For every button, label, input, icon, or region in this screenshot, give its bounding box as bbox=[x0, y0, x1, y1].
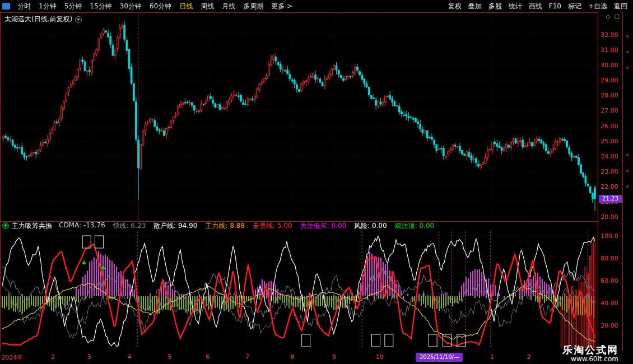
toolbar-period-10[interactable]: 更多 > bbox=[267, 0, 296, 12]
price-axis-label: 29.00 bbox=[601, 77, 618, 85]
trading-app-window: 分时1分钟5分钟15分钟30分钟60分钟日线周线月线多周期更多 > 复权叠加多股… bbox=[0, 0, 633, 364]
toolbar-period-9[interactable]: 多周期 bbox=[239, 0, 267, 12]
indicator-field-1: 快线: 6.23 bbox=[113, 221, 146, 231]
indicator-axis-label: 100.0 bbox=[601, 232, 618, 240]
date-label: 1 bbox=[490, 353, 494, 361]
indicator-chart[interactable] bbox=[0, 230, 598, 351]
date-highlight: 2025/11/10/— bbox=[416, 353, 463, 362]
date-label: 10 bbox=[376, 353, 384, 361]
main-chart[interactable] bbox=[0, 12, 598, 221]
right-strip-mark: ▪ bbox=[626, 65, 629, 70]
date-label: 9 bbox=[332, 353, 336, 361]
toolbar-action-8[interactable]: 返回 bbox=[611, 0, 631, 12]
indicator-header: 主力吸筹共振 CDMA: -13.76快线: 6.23散户线: 94.90主力线… bbox=[0, 221, 601, 230]
indicator-name-group[interactable]: 主力吸筹共振 bbox=[2, 221, 52, 231]
stock-title: 太湖远大(日线.前复权) bbox=[4, 15, 72, 24]
indicator-values: CDMA: -13.76快线: 6.23散户线: 94.90主力线: 8.88走… bbox=[59, 221, 434, 231]
toolbar-action-4[interactable]: 画线 bbox=[525, 0, 546, 12]
price-axis-label: 32.00 bbox=[601, 31, 618, 39]
price-axis-label: 31.00 bbox=[601, 46, 618, 54]
toolbar-period-5[interactable]: 60分钟 bbox=[146, 0, 175, 12]
chart-title-row: 太湖远大(日线.前复权) bbox=[4, 15, 82, 24]
watermark: 乐淘公式网 www.60lt.com bbox=[562, 344, 618, 363]
right-strip-mark: ▪ bbox=[626, 152, 629, 157]
price-axis-label: 26.00 bbox=[601, 123, 618, 130]
indicator-field-6: 风险: 0.00 bbox=[354, 221, 387, 231]
date-axis: 2024年2345678910122025/11/10/— bbox=[0, 351, 623, 364]
toolbar-action-0[interactable]: 复权 bbox=[445, 0, 465, 12]
date-label: 2024年 bbox=[1, 353, 23, 362]
indicator-name: 主力吸筹共振 bbox=[12, 221, 52, 231]
indicator-field-5: 关注低买: 0.00 bbox=[300, 221, 346, 231]
right-strip-mark: ▪ bbox=[626, 168, 629, 173]
toolbar-action-2[interactable]: 多股 bbox=[485, 0, 505, 12]
right-strip-mark: ▪ bbox=[626, 49, 629, 54]
toolbar-period-0[interactable]: 分时 bbox=[13, 0, 35, 12]
toolbar-action-6[interactable]: 标记 bbox=[565, 0, 585, 12]
watermark-site-name: 乐淘公式网 bbox=[562, 344, 618, 356]
price-axis-label: 22.00 bbox=[601, 183, 618, 191]
right-strip-mark: ▪ bbox=[626, 34, 629, 39]
price-axis-label: 23.00 bbox=[601, 168, 618, 176]
last-price-tag: 21.23 bbox=[599, 195, 622, 203]
indicator-axis-label: 80.00 bbox=[601, 255, 618, 263]
window-control-icons[interactable]: ◇ □ bbox=[606, 13, 621, 20]
indicator-field-2: 散户线: 94.90 bbox=[153, 221, 197, 231]
collapse-icon[interactable] bbox=[75, 16, 82, 23]
toolbar-action-5[interactable]: F10 bbox=[546, 0, 565, 12]
price-axis-label: 27.00 bbox=[601, 107, 618, 115]
date-label: 5 bbox=[167, 353, 171, 361]
toolbar-period-4[interactable]: 30分钟 bbox=[116, 0, 146, 12]
top-toolbar: 分时1分钟5分钟15分钟30分钟60分钟日线周线月线多周期更多 > 复权叠加多股… bbox=[0, 0, 633, 12]
indicator-field-3: 主力线: 8.88 bbox=[205, 221, 245, 231]
toolbar-action-1[interactable]: 叠加 bbox=[465, 0, 485, 12]
toolbar-period-8[interactable]: 月线 bbox=[218, 0, 239, 12]
price-axis-label: 20.00 bbox=[601, 213, 618, 221]
date-label: 4 bbox=[127, 353, 131, 361]
right-strip-mark: ▪ bbox=[626, 184, 629, 189]
toolbar-period-7[interactable]: 周线 bbox=[197, 0, 218, 12]
date-label: 7 bbox=[245, 353, 249, 361]
date-label: 2 bbox=[527, 353, 531, 361]
date-label: 6 bbox=[206, 353, 210, 361]
indicator-toggle-icon[interactable] bbox=[2, 222, 9, 229]
toolbar-period-6[interactable]: 日线 bbox=[175, 0, 197, 12]
watermark-url: www.60lt.com bbox=[562, 356, 618, 363]
period-tabs: 分时1分钟5分钟15分钟30分钟60分钟日线周线月线多周期更多 > bbox=[13, 0, 296, 12]
price-axis-label: 30.00 bbox=[601, 62, 618, 69]
date-label: 3 bbox=[87, 353, 91, 361]
toolbar-action-7[interactable]: +自选 bbox=[585, 0, 611, 12]
date-label: 2 bbox=[51, 353, 55, 361]
toolbar-actions: 复权叠加多股统计画线F10标记+自选返回 bbox=[445, 0, 633, 12]
price-axis-label: 25.00 bbox=[601, 138, 618, 146]
toolbar-period-1[interactable]: 1分钟 bbox=[35, 0, 60, 12]
app-menu-icon[interactable] bbox=[2, 3, 10, 10]
indicator-axis-label: 20.00 bbox=[601, 322, 618, 330]
right-side-strip[interactable]: ▪▪▪▪▪▪ bbox=[623, 12, 633, 364]
price-axis: 32.0031.0030.0029.0028.0027.0026.0025.00… bbox=[598, 12, 622, 352]
price-axis-label: 24.00 bbox=[601, 153, 618, 161]
toolbar-period-2[interactable]: 5分钟 bbox=[60, 0, 86, 12]
toolbar-period-3[interactable]: 15分钟 bbox=[86, 0, 115, 12]
indicator-field-4: 走势线: 5.00 bbox=[253, 221, 292, 231]
indicator-field-7: 观注顶: 0.00 bbox=[395, 221, 435, 231]
toolbar-action-3[interactable]: 统计 bbox=[505, 0, 525, 12]
indicator-axis-label: 40.00 bbox=[601, 300, 618, 307]
divider bbox=[0, 12, 1, 364]
divider bbox=[0, 12, 633, 13]
indicator-axis-label: 60.00 bbox=[601, 277, 618, 285]
price-axis-label: 28.00 bbox=[601, 92, 618, 100]
indicator-field-0: CDMA: -13.76 bbox=[59, 221, 105, 231]
date-label: 8 bbox=[290, 353, 294, 361]
